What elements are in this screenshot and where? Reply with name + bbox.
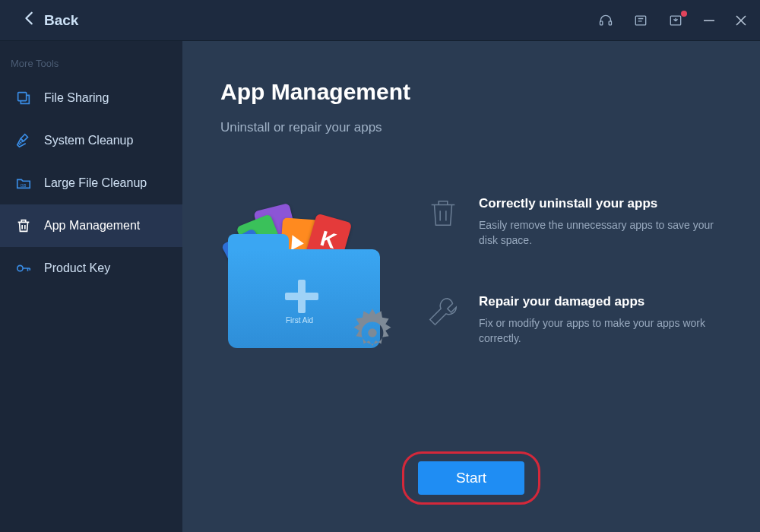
close-button[interactable]: [734, 14, 748, 27]
trash-icon: [15, 217, 32, 234]
trash-outline-icon: [426, 196, 461, 231]
main-panel: App Management Uninstall or repair your …: [182, 41, 760, 532]
feature-desc: Easily remove the unnecessary apps to sa…: [479, 217, 714, 249]
back-label: Back: [44, 12, 78, 29]
sidebar-heading: More Tools: [0, 55, 182, 77]
svg-rect-4: [18, 93, 27, 101]
sidebar-item-system-cleanup[interactable]: System Cleanup: [0, 119, 182, 162]
content: More Tools File Sharing System Cleanup G…: [0, 41, 760, 532]
page-title: App Management: [220, 79, 714, 105]
feature-desc: Fix or modify your apps to make your app…: [479, 315, 714, 347]
svg-text:GB: GB: [20, 183, 26, 188]
wrench-icon: [426, 294, 461, 329]
folder-illustration: K First Aid: [220, 196, 395, 356]
start-button[interactable]: Start: [418, 461, 524, 495]
sidebar-item-label: File Sharing: [44, 91, 109, 105]
note-icon[interactable]: [632, 12, 649, 29]
sidebar-item-product-key[interactable]: Product Key: [0, 247, 182, 290]
folder-gb-icon: GB: [15, 175, 32, 192]
sidebar-item-label: Product Key: [44, 261, 110, 275]
feature-title: Repair your damaged apps: [479, 294, 714, 309]
headset-icon[interactable]: [597, 12, 614, 29]
feature-title: Correctly uninstall your apps: [479, 196, 714, 211]
sidebar-item-app-management[interactable]: App Management: [0, 204, 182, 247]
svg-rect-2: [635, 16, 645, 25]
feature-repair: Repair your damaged apps Fix or modify y…: [426, 294, 714, 347]
sidebar-item-label: App Management: [44, 219, 140, 233]
titlebar: Back: [0, 0, 760, 41]
folder-label: First Aid: [286, 316, 313, 325]
svg-rect-0: [600, 21, 603, 25]
back-button[interactable]: Back: [21, 10, 78, 30]
feature-list: Correctly uninstall your apps Easily rem…: [426, 196, 714, 356]
first-aid-cross-icon: [285, 280, 318, 313]
arrow-left-icon: [21, 10, 38, 30]
notification-dot: [681, 11, 687, 17]
sidebar-item-label: Large File Cleanup: [44, 176, 147, 190]
tray-icon[interactable]: [667, 12, 684, 29]
sidebar-item-large-file-cleanup[interactable]: GB Large File Cleanup: [0, 162, 182, 204]
sidebar: More Tools File Sharing System Cleanup G…: [0, 41, 182, 532]
svg-point-6: [17, 265, 23, 271]
sidebar-item-file-sharing[interactable]: File Sharing: [0, 77, 182, 119]
svg-rect-1: [609, 21, 611, 25]
share-icon: [15, 90, 32, 106]
minimize-button[interactable]: [702, 14, 716, 27]
feature-row: K First Aid Correctly uninstall your app…: [220, 196, 714, 356]
key-icon: [15, 260, 32, 277]
titlebar-controls: [597, 0, 748, 41]
broom-icon: [15, 132, 32, 149]
page-subtitle: Uninstall or repair your apps: [220, 120, 714, 135]
sidebar-item-label: System Cleanup: [44, 134, 133, 147]
gear-icon: [345, 306, 400, 360]
feature-uninstall: Correctly uninstall your apps Easily rem…: [426, 196, 714, 249]
start-highlight: Start: [402, 451, 540, 505]
